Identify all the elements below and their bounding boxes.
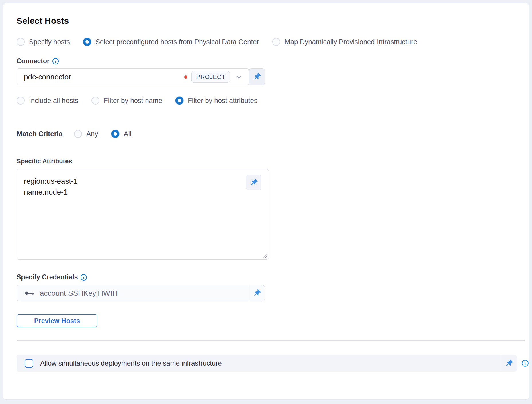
info-icon[interactable]: [52, 58, 59, 65]
resize-handle-icon[interactable]: [263, 254, 267, 258]
radio-label: Any: [86, 130, 98, 138]
radio-button-icon-checked: [83, 38, 91, 46]
credentials-field-row: account.SSHKeyjHWtH: [17, 285, 265, 301]
credentials-label-row: Specify Credentials: [17, 273, 529, 281]
required-dot-icon: [184, 75, 187, 79]
pushpin-icon: [248, 176, 260, 189]
connector-pin-button[interactable]: [249, 68, 265, 85]
credentials-value: account.SSHKeyjHWtH: [40, 289, 118, 298]
specific-attributes-field: [17, 169, 269, 260]
chevron-down-icon[interactable]: [235, 73, 242, 81]
radio-include-all-hosts[interactable]: Include all hosts: [17, 97, 78, 105]
credentials-pin-button[interactable]: [249, 285, 265, 301]
connector-label-row: Connector: [17, 57, 529, 65]
connector-value: pdc-connector: [24, 72, 184, 81]
checkbox-label: Allow simultaneous deployments on the sa…: [40, 359, 222, 367]
radio-preconfigured-hosts[interactable]: Select preconfigured hosts from Physical…: [83, 38, 259, 46]
credentials-select[interactable]: account.SSHKeyjHWtH: [17, 285, 249, 301]
match-criteria-row: Match Criteria Any All: [17, 130, 529, 138]
select-hosts-panel: Select Hosts Specify hosts Select precon…: [3, 3, 529, 400]
radio-label: Select preconfigured hosts from Physical…: [95, 38, 259, 46]
radio-match-any[interactable]: Any: [74, 130, 98, 138]
radio-filter-by-host-name[interactable]: Filter by host name: [91, 97, 162, 105]
info-icon[interactable]: [80, 274, 87, 281]
host-selection-radio-group: Specify hosts Select preconfigured hosts…: [17, 38, 529, 46]
pushpin-icon: [251, 287, 263, 299]
simultaneous-deployments-row[interactable]: Allow simultaneous deployments on the sa…: [17, 355, 501, 372]
specific-attributes-label: Specific Attributes: [17, 158, 72, 165]
radio-dynamic-infrastructure[interactable]: Map Dynamically Provisioned Infrastructu…: [272, 38, 417, 46]
footer-row-wrap: Allow simultaneous deployments on the sa…: [17, 355, 529, 372]
simultaneous-deployments-checkbox[interactable]: [25, 359, 33, 368]
scope-badge: PROJECT: [191, 71, 230, 83]
radio-filter-by-host-attributes[interactable]: Filter by host attributes: [175, 97, 257, 105]
radio-label: Filter by host name: [104, 97, 162, 105]
section-divider: [17, 340, 525, 341]
radio-button-icon: [272, 38, 280, 46]
key-icon: [25, 290, 35, 296]
radio-label: Specify hosts: [29, 38, 70, 46]
radio-match-all[interactable]: All: [111, 130, 131, 138]
radio-button-icon: [74, 130, 82, 138]
footer-pin-button[interactable]: [501, 355, 517, 372]
match-criteria-label: Match Criteria: [17, 130, 62, 138]
preview-hosts-button[interactable]: Preview Hosts: [17, 314, 97, 327]
match-criteria-radio-group: Any All: [74, 130, 131, 138]
radio-button-icon: [17, 97, 25, 105]
page-title: Select Hosts: [17, 16, 529, 26]
specific-attributes-textarea[interactable]: [17, 169, 269, 260]
radio-specify-hosts[interactable]: Specify hosts: [17, 38, 70, 46]
radio-label: All: [124, 130, 131, 138]
info-icon[interactable]: [521, 360, 529, 367]
radio-button-icon-checked: [111, 130, 119, 138]
connector-label: Connector: [17, 57, 50, 65]
credentials-label: Specify Credentials: [17, 273, 78, 281]
radio-button-icon: [17, 38, 25, 46]
radio-button-icon-checked: [175, 97, 183, 105]
radio-label: Map Dynamically Provisioned Infrastructu…: [285, 38, 417, 46]
pushpin-icon: [251, 71, 263, 83]
attributes-pin-button[interactable]: [246, 175, 261, 190]
host-filter-radio-group: Include all hosts Filter by host name Fi…: [17, 97, 529, 105]
connector-field-row: pdc-connector PROJECT: [17, 68, 265, 85]
radio-label: Include all hosts: [29, 97, 78, 105]
radio-button-icon: [91, 97, 99, 105]
radio-label: Filter by host attributes: [188, 97, 257, 105]
pushpin-icon: [503, 357, 515, 369]
connector-input[interactable]: pdc-connector PROJECT: [17, 68, 249, 85]
specific-attributes-label-row: Specific Attributes: [17, 158, 529, 165]
